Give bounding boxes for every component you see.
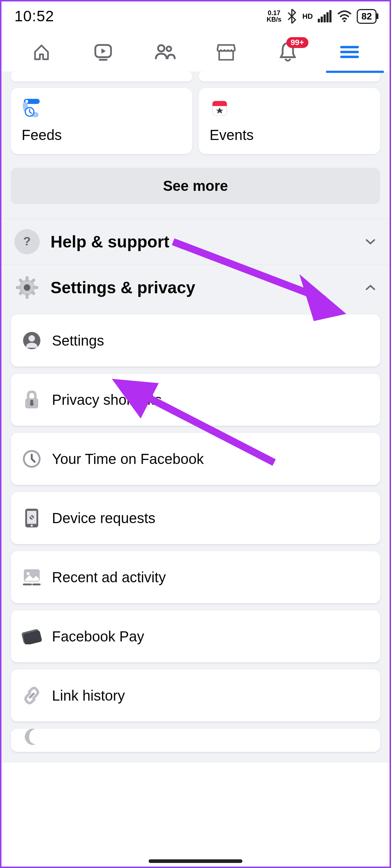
setting-label: Device requests: [52, 510, 155, 526]
svg-rect-23: [26, 276, 28, 281]
events-icon: [210, 97, 230, 118]
status-right: 0.17 KB/s HD 82: [267, 9, 377, 24]
ad-image-icon: [22, 567, 42, 587]
svg-point-31: [24, 284, 30, 291]
shortcut-card-partial[interactable]: [199, 71, 380, 82]
shortcut-label: Events: [210, 127, 369, 143]
setting-link-history[interactable]: Link history: [11, 670, 380, 722]
network-speed: 0.17 KB/s: [267, 10, 281, 23]
setting-privacy-shortcuts[interactable]: Privacy shortcuts: [11, 374, 380, 426]
tab-watch[interactable]: [91, 39, 116, 65]
feeds-icon: [22, 97, 42, 118]
svg-rect-2: [324, 14, 326, 22]
svg-rect-0: [318, 19, 320, 22]
setting-label: Settings: [52, 333, 104, 349]
setting-device-requests[interactable]: Device requests: [11, 492, 380, 544]
tab-friends[interactable]: [152, 39, 177, 65]
svg-text:?: ?: [23, 234, 31, 248]
home-indicator: [149, 859, 242, 863]
setting-label: Link history: [52, 688, 125, 704]
tab-home[interactable]: [29, 39, 54, 65]
svg-rect-1: [321, 17, 323, 22]
settings-list: Settings Privacy shortcuts Your Time on …: [0, 310, 391, 763]
shortcut-feeds[interactable]: Feeds: [11, 88, 192, 154]
link-icon: [22, 685, 42, 706]
svg-point-8: [158, 45, 164, 52]
device-icon: [22, 508, 42, 528]
section-title: Settings & privacy: [50, 278, 353, 297]
clock-icon: [22, 449, 42, 469]
tab-notifications[interactable]: 99+: [275, 39, 300, 65]
lock-icon: [22, 390, 42, 410]
setting-label: Your Time on Facebook: [52, 451, 204, 467]
svg-rect-3: [326, 12, 329, 22]
svg-rect-24: [26, 294, 28, 299]
setting-label: Recent ad activity: [52, 569, 166, 586]
svg-point-41: [31, 525, 33, 527]
shortcut-label: Feeds: [22, 127, 181, 143]
svg-point-43: [27, 572, 30, 575]
tab-menu[interactable]: [337, 39, 362, 65]
setting-facebook-pay[interactable]: Facebook Pay: [11, 610, 380, 662]
status-time: 10:52: [14, 8, 54, 25]
svg-rect-25: [16, 286, 21, 289]
svg-point-33: [28, 335, 35, 342]
tab-active-underline: [326, 71, 384, 73]
battery-indicator: 82: [357, 9, 377, 24]
setting-label: Facebook Pay: [52, 628, 144, 645]
svg-point-9: [167, 47, 171, 51]
person-gear-icon: [22, 330, 42, 351]
svg-rect-36: [30, 400, 33, 403]
bluetooth-icon: [286, 9, 297, 23]
svg-rect-18: [212, 104, 227, 106]
signal-icon: [318, 10, 332, 22]
top-nav: 99+: [0, 32, 391, 71]
shortcut-card-partial[interactable]: [11, 71, 192, 82]
help-icon: ?: [14, 229, 40, 254]
content-area: Feeds Events See more ? Help & support S…: [0, 71, 391, 763]
gear-icon: [14, 275, 40, 300]
card-icon: [22, 626, 42, 646]
section-title: Help & support: [50, 232, 353, 251]
wifi-icon: [337, 10, 352, 22]
notification-badge: 99+: [286, 37, 308, 48]
shortcut-events[interactable]: Events: [199, 88, 380, 154]
tab-marketplace[interactable]: [214, 39, 239, 65]
svg-point-5: [343, 20, 346, 22]
section-help-support[interactable]: ? Help & support: [0, 219, 391, 264]
setting-settings[interactable]: Settings: [11, 315, 380, 367]
see-more-button[interactable]: See more: [11, 168, 380, 204]
setting-item-partial[interactable]: [11, 729, 380, 752]
setting-label: Privacy shortcuts: [52, 392, 162, 408]
setting-recent-ad[interactable]: Recent ad activity: [11, 551, 380, 603]
hd-icon: HD: [302, 12, 313, 21]
moon-icon: [22, 729, 42, 746]
chevron-down-icon: [364, 236, 377, 248]
svg-rect-26: [33, 286, 38, 289]
svg-rect-4: [329, 10, 331, 22]
chevron-up-icon: [364, 281, 377, 294]
section-settings-privacy[interactable]: Settings & privacy: [0, 264, 391, 310]
setting-your-time[interactable]: Your Time on Facebook: [11, 433, 380, 485]
status-bar: 10:52 0.17 KB/s HD 82: [0, 0, 391, 32]
